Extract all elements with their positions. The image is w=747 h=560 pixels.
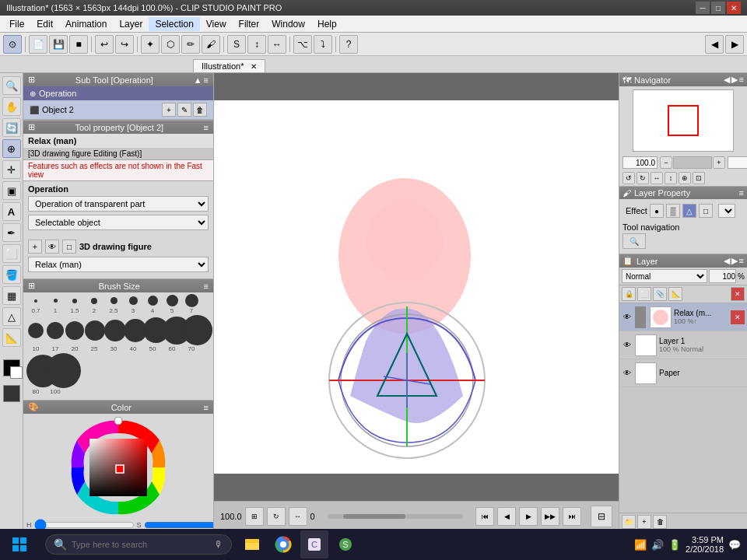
brush-size-25b[interactable]: 25 — [85, 315, 103, 352]
layer-ruler-btn[interactable]: 📐 — [668, 287, 682, 301]
minimize-btn[interactable]: ─ — [696, 2, 710, 14]
menu-view[interactable]: View — [200, 17, 233, 31]
layer-eye-relax[interactable]: 👁 — [622, 312, 633, 323]
toolbar-ruler[interactable]: ⌥ — [293, 35, 312, 54]
layer-mask-btn[interactable]: ⬜ — [637, 287, 651, 301]
tool-select[interactable]: ▣ — [2, 181, 21, 200]
nav-zoom-slider[interactable] — [673, 156, 712, 169]
brush-size-5[interactable]: 5 — [163, 294, 181, 314]
taskbar-app-chrome[interactable] — [269, 530, 297, 558]
nav-zoomout[interactable]: − — [660, 156, 672, 169]
taskbar-network[interactable]: 📶 — [634, 539, 647, 551]
timeline-prev[interactable]: ◀ — [497, 507, 516, 526]
brush-size-7[interactable]: 7 — [182, 294, 201, 314]
taskbar-search-input[interactable] — [72, 540, 209, 549]
selectable-select[interactable]: Selectable object — [28, 215, 209, 230]
foreground-color[interactable] — [3, 359, 20, 376]
background-color[interactable] — [3, 385, 20, 402]
hue-slider[interactable] — [34, 521, 135, 529]
menu-help[interactable]: Help — [311, 17, 343, 31]
layer-item-paper[interactable]: 👁 Paper — [619, 359, 747, 387]
effect-edge[interactable]: △ — [682, 204, 696, 218]
tool-text[interactable]: A — [2, 202, 21, 221]
tool-rotate[interactable]: 🔄 — [2, 118, 21, 137]
effect-watercolor[interactable]: □ — [699, 204, 713, 218]
toolbar-prev[interactable]: ◀ — [705, 35, 724, 54]
nav-flip-v[interactable]: ↕ — [665, 172, 677, 184]
canvas-container[interactable] — [214, 73, 619, 501]
brush-size-25[interactable]: 2.5 — [104, 294, 123, 314]
maximize-btn[interactable]: □ — [711, 2, 725, 14]
brush-size-10[interactable]: 10 — [26, 315, 45, 352]
brush-size-4[interactable]: 4 — [143, 294, 162, 314]
brush-size-3[interactable]: 3 — [124, 294, 142, 314]
toolbar-transform[interactable]: ✦ — [141, 35, 160, 54]
taskbar-battery[interactable]: 🔋 — [668, 539, 681, 551]
close-btn[interactable]: ✕ — [727, 2, 741, 14]
tool-shape[interactable]: △ — [2, 307, 21, 326]
nav-flip-h[interactable]: ↔ — [651, 172, 663, 184]
timeline-start[interactable]: ⏮ — [475, 507, 494, 526]
nav-offset-input[interactable] — [728, 156, 747, 169]
layer-eye-paper[interactable]: 👁 — [622, 368, 633, 379]
nav-zoomin[interactable]: + — [713, 156, 725, 169]
brush-size-50[interactable]: 50 — [143, 315, 162, 352]
taskbar-volume[interactable]: 🔊 — [651, 539, 664, 551]
tool-zoom[interactable]: 🔍 — [2, 76, 21, 95]
nav-rotate-cw[interactable]: ↻ — [637, 172, 649, 184]
effect-color[interactable]: ● — [650, 204, 664, 218]
tool-fill[interactable]: 🪣 — [2, 265, 21, 284]
layer-add-layer[interactable]: + — [637, 515, 651, 529]
brush-size-15[interactable]: 1.5 — [65, 294, 84, 314]
brush-size-30[interactable]: 30 — [104, 315, 123, 352]
taskbar-search-box[interactable]: 🔍 🎙 — [45, 534, 232, 555]
subtool-collapse[interactable]: ▲ — [194, 75, 202, 85]
taskbar-app-explorer[interactable] — [238, 530, 266, 558]
taskbar-notifications[interactable]: 💬 — [728, 539, 741, 551]
nav-prev[interactable]: ◀ — [724, 75, 730, 85]
menu-animation[interactable]: Animation — [59, 17, 113, 31]
color-wheel-area[interactable] — [23, 414, 213, 521]
layer-next[interactable]: ▶ — [731, 256, 738, 266]
subtool-add-btn[interactable]: + — [162, 103, 176, 117]
nav-next[interactable]: ▶ — [731, 75, 738, 85]
layer-del-btn[interactable]: ✕ — [731, 310, 745, 324]
operation-select[interactable]: Operation of transparent part — [28, 196, 209, 212]
layout-btn[interactable]: ⊟ — [591, 506, 612, 527]
toolbar-snap[interactable]: ⊙ — [3, 35, 22, 54]
layer-lock-btn[interactable]: 🔒 — [622, 287, 636, 301]
brush-size-80[interactable]: 80 — [26, 353, 45, 395]
tab-illustration[interactable]: Illustration* ✕ — [193, 59, 265, 72]
tool-move[interactable]: ✛ — [2, 160, 21, 179]
subtool-del-btn[interactable]: 🗑 — [193, 103, 207, 117]
toolbar-select[interactable]: S — [227, 35, 246, 54]
layer-clip-btn[interactable]: 📎 — [653, 287, 667, 301]
menu-window[interactable]: Window — [265, 17, 311, 31]
menu-layer[interactable]: Layer — [113, 17, 149, 31]
layer-delete[interactable]: 🗑 — [653, 515, 667, 529]
brushsize-menu[interactable]: ≡ — [204, 282, 209, 291]
tab-close[interactable]: ✕ — [251, 62, 257, 71]
nav-fit[interactable]: ⊡ — [693, 172, 705, 184]
layer-menu[interactable]: ≡ — [739, 256, 744, 266]
menu-file[interactable]: File — [3, 17, 30, 31]
brush-size-1[interactable]: 1 — [46, 294, 65, 314]
nav-zoom-input[interactable] — [622, 156, 658, 169]
effect-select[interactable] — [718, 204, 735, 218]
timeline-end[interactable]: ⏭ — [563, 507, 581, 526]
layer-add-folder[interactable]: 📁 — [622, 515, 636, 529]
toolbar-grid[interactable]: ⬡ — [161, 35, 180, 54]
3d-figure-select[interactable]: Relax (man) — [28, 257, 209, 272]
toolnav-btn[interactable]: 🔍 — [622, 233, 646, 249]
tool-pen[interactable]: ✒ — [2, 223, 21, 242]
subtool-menu[interactable]: ≡ — [204, 75, 209, 85]
tool-eraser[interactable]: ⬜ — [2, 244, 21, 263]
nav-rotate-ccw[interactable]: ↺ — [622, 172, 635, 184]
taskbar-time[interactable]: 3:59 PM 2/20/2018 — [686, 535, 724, 554]
menu-selection[interactable]: Selection — [149, 17, 199, 31]
color-wheel[interactable] — [68, 417, 169, 518]
nav-reset[interactable]: ⊕ — [679, 172, 691, 184]
canvas-rotate-btn[interactable]: ↻ — [267, 507, 286, 526]
start-button[interactable] — [0, 530, 39, 559]
toolbar-fill[interactable]: ■ — [69, 35, 88, 54]
